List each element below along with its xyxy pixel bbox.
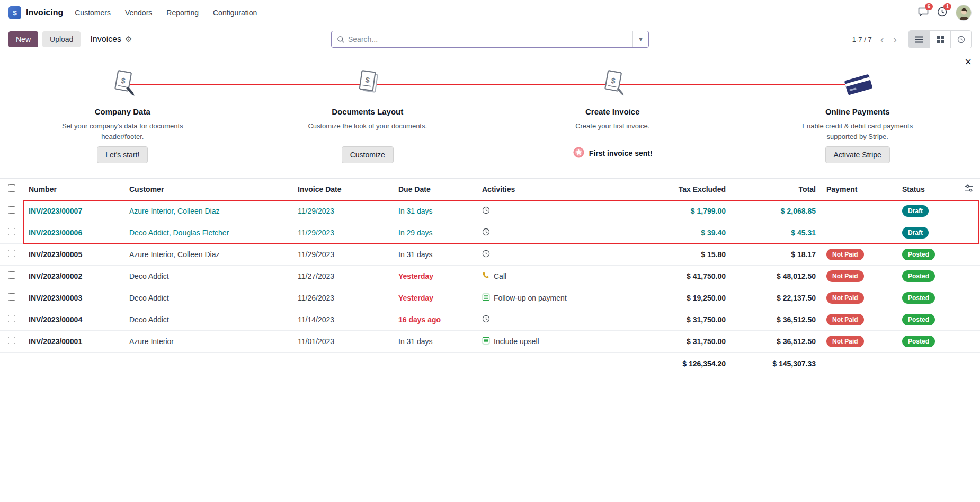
status-badge: Posted: [902, 249, 935, 260]
app-name[interactable]: Invoicing: [26, 8, 63, 17]
activity-view-icon: [957, 36, 965, 43]
navbar-right: 6 1: [918, 5, 972, 21]
upload-button[interactable]: Upload: [42, 31, 81, 47]
invoice-customer: Azure Interior, Colleen Diaz: [124, 200, 292, 222]
row-checkbox[interactable]: [0, 330, 23, 352]
select-all-checkbox[interactable]: [0, 179, 23, 200]
invoice-due-date: 16 days ago: [393, 309, 477, 330]
row-checkbox[interactable]: [0, 200, 23, 222]
payment-badge: Not Paid: [826, 314, 864, 325]
table-row[interactable]: INV/2023/00007 Azure Interior, Colleen D…: [0, 200, 980, 222]
phone-icon: [482, 271, 490, 281]
action-gear-icon[interactable]: ⚙: [125, 34, 132, 44]
list-view-icon: [915, 36, 923, 43]
table-row[interactable]: INV/2023/00003 Deco Addict 11/26/2023 Ye…: [0, 287, 980, 309]
activities-button[interactable]: 1: [937, 7, 947, 19]
page-title[interactable]: Invoices: [90, 34, 121, 44]
activity-button[interactable]: [482, 250, 630, 259]
status-badge: Posted: [902, 336, 935, 347]
row-checkbox[interactable]: [0, 222, 23, 243]
avatar[interactable]: [956, 5, 972, 21]
status-badge: Draft: [902, 205, 929, 217]
app-icon[interactable]: $: [8, 6, 21, 19]
credit-card-icon: [839, 65, 876, 103]
invoice-due-date: In 31 days: [393, 243, 477, 265]
search-dropdown-caret-icon[interactable]: ▾: [632, 31, 648, 47]
invoice-tax-excluded: $ 41,750.00: [636, 265, 731, 287]
header-activities[interactable]: Activities: [477, 179, 636, 200]
pager-next-icon[interactable]: ›: [890, 34, 900, 45]
activity-button[interactable]: Include upsell: [482, 337, 630, 346]
lets-start-button[interactable]: Let's start!: [97, 146, 148, 163]
invoice-number: INV/2023/00006: [23, 222, 124, 243]
activity-button[interactable]: [482, 206, 630, 216]
header-tax-excluded[interactable]: Tax Excluded: [636, 179, 731, 200]
table-row[interactable]: INV/2023/00006 Deco Addict, Douglas Flet…: [0, 222, 980, 243]
messages-button[interactable]: 6: [918, 7, 929, 19]
invoice-customer: Azure Interior: [124, 330, 292, 352]
pager-previous-icon[interactable]: ‹: [877, 34, 887, 45]
control-panel: New Upload Invoices ⚙ ▾ 1-7 / 7 ‹ ›: [0, 25, 980, 53]
pager-value[interactable]: 1-7 / 7: [852, 36, 872, 43]
onboarding-step-documents-layout: $ Documents Layout Customize the look of…: [245, 65, 491, 163]
header-invoice-date[interactable]: Invoice Date: [292, 179, 393, 200]
customize-button[interactable]: Customize: [342, 146, 394, 163]
activity-label: Include upsell: [494, 337, 539, 346]
column-options-icon[interactable]: [958, 179, 980, 200]
list-view-button[interactable]: [909, 31, 930, 48]
onboarding-steps: $ Company Data Set your company's data f…: [0, 65, 980, 163]
step-description: Customize the look of your documents.: [308, 121, 427, 143]
total-tax-excluded: $ 126,354.20: [636, 352, 731, 375]
onboarding-step-create-invoice: $ Create Invoice Create your first invoi…: [490, 65, 735, 163]
nav-item-configuration[interactable]: Configuration: [213, 8, 257, 17]
search-input[interactable]: [348, 31, 632, 47]
activity-button[interactable]: [482, 228, 630, 237]
header-due-date[interactable]: Due Date: [393, 179, 477, 200]
invoice-date: 11/01/2023: [292, 330, 393, 352]
row-checkbox[interactable]: [0, 309, 23, 330]
header-status[interactable]: Status: [897, 179, 958, 200]
activity-view-button[interactable]: [950, 31, 971, 48]
row-checkbox[interactable]: [0, 243, 23, 265]
invoice-number: INV/2023/00007: [23, 200, 124, 222]
step-title: Documents Layout: [332, 107, 403, 116]
table-row[interactable]: INV/2023/00002 Deco Addict 11/27/2023 Ye…: [0, 265, 980, 287]
invoice-due-date: In 31 days: [393, 330, 477, 352]
onboarding-step-company-data: $ Company Data Set your company's data f…: [0, 65, 245, 163]
header-number[interactable]: Number: [23, 179, 124, 200]
kanban-view-button[interactable]: [930, 31, 950, 48]
invoice-list: Number Customer Invoice Date Due Date Ac…: [0, 179, 980, 375]
table-row[interactable]: INV/2023/00001 Azure Interior 11/01/2023…: [0, 330, 980, 352]
table-row[interactable]: INV/2023/00005 Azure Interior, Colleen D…: [0, 243, 980, 265]
invoice-customer: Deco Addict: [124, 287, 292, 309]
row-checkbox[interactable]: [0, 265, 23, 287]
nav-item-customers[interactable]: Customers: [75, 8, 111, 17]
payment-badge: Not Paid: [826, 336, 864, 347]
list-icon: [482, 293, 490, 303]
activity-button[interactable]: Call: [482, 271, 630, 281]
invoice-due-date: In 31 days: [393, 200, 477, 222]
status-badge: Posted: [902, 292, 935, 304]
row-checkbox[interactable]: [0, 287, 23, 309]
table-row[interactable]: INV/2023/00004 Deco Addict 11/14/2023 16…: [0, 309, 980, 330]
nav-menu: Customers Vendors Reporting Configuratio…: [75, 8, 257, 17]
breadcrumb: Invoices ⚙: [90, 34, 132, 44]
nav-item-vendors[interactable]: Vendors: [125, 8, 152, 17]
activity-button[interactable]: [482, 315, 630, 324]
header-total[interactable]: Total: [731, 179, 821, 200]
invoice-tax-excluded: $ 31,750.00: [636, 330, 731, 352]
header-customer[interactable]: Customer: [124, 179, 292, 200]
status-badge: Posted: [902, 270, 935, 282]
step-title: Company Data: [95, 107, 150, 116]
activate-stripe-button[interactable]: Activate Stripe: [825, 146, 890, 163]
top-navbar: $ Invoicing Customers Vendors Reporting …: [0, 0, 980, 25]
invoice-document-icon: $: [596, 65, 629, 103]
document-dollar-icon: $: [106, 65, 139, 103]
header-payment[interactable]: Payment: [821, 179, 897, 200]
activity-button[interactable]: Follow-up on payment: [482, 293, 630, 303]
invoice-due-date: Yesterday: [393, 287, 477, 309]
new-button[interactable]: New: [8, 31, 38, 47]
nav-item-reporting[interactable]: Reporting: [166, 8, 199, 17]
search-icon: [337, 36, 345, 43]
step-title: Create Invoice: [585, 107, 640, 116]
